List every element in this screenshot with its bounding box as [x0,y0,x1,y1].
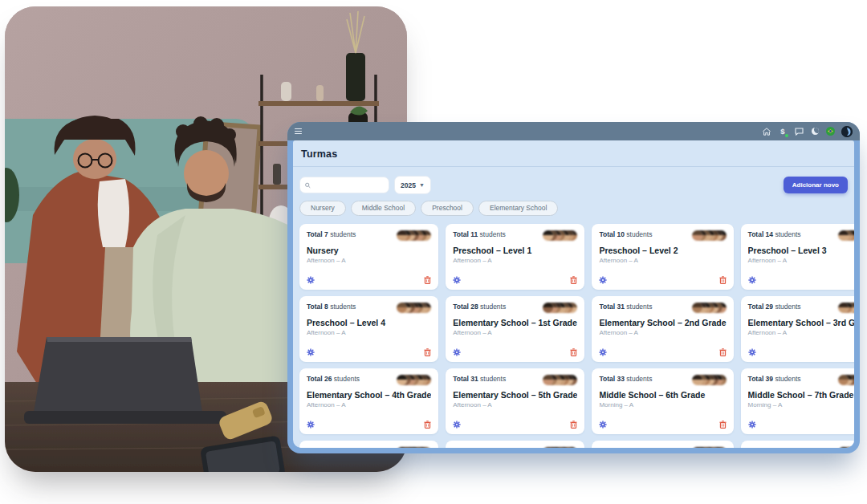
class-title: Preschool – Level 1 [453,246,577,255]
settings-icon[interactable] [748,421,756,429]
class-schedule: Afternoon – A [307,329,431,336]
brazil-flag-icon[interactable] [826,127,835,136]
delete-icon[interactable] [719,348,727,356]
student-avatar [543,230,553,241]
settings-icon[interactable] [748,348,756,356]
filter-chips: Nursery Middle School Preschool Elementa… [293,200,854,217]
class-card: Total 34 students [446,441,584,449]
class-title: Elementary School – 3rd Grade [748,318,854,327]
home-icon[interactable] [762,127,771,136]
avatar-stack [536,230,577,241]
avatar-stack [686,230,727,241]
year-select[interactable]: 2025 ▼ [394,176,431,194]
card-total: Total 8 students [307,303,356,311]
class-title: Elementary School – 1st Grade [453,318,577,327]
class-card: Total 28 studentsElementary School – 1st… [446,296,584,362]
dark-mode-icon[interactable] [810,127,820,136]
year-select-value: 2025 [401,181,416,189]
notification-dot [785,134,788,137]
avatar-stack [390,447,431,449]
card-total: Total 38 students [307,447,360,449]
card-total: Total 14 students [748,230,801,238]
page-content: Turmas 2025 ▼ Adicionar novo Nursery Mid… [293,140,854,448]
user-avatar[interactable] [841,126,853,137]
settings-icon[interactable] [748,276,756,284]
card-total: Total 29 students [748,303,801,311]
add-new-button[interactable]: Adicionar novo [784,177,848,193]
settings-icon[interactable] [307,421,315,429]
settings-icon[interactable] [599,348,607,356]
search-input[interactable] [314,181,384,190]
payments-icon[interactable]: $ [778,127,788,136]
class-schedule: Afternoon – A [453,329,577,336]
avatar-stack [832,375,854,385]
class-schedule: Afternoon – A [307,401,431,408]
toolbar: 2025 ▼ Adicionar novo [293,167,854,200]
class-schedule: Afternoon – A [307,257,431,264]
card-total: Total 31 students [599,303,652,311]
class-schedule: Afternoon – A [599,329,726,336]
settings-icon[interactable] [599,276,607,284]
avatar-stack [686,447,727,449]
class-schedule: Morning – A [599,401,726,408]
avatar-stack [536,303,577,313]
delete-icon[interactable] [719,421,727,429]
settings-icon[interactable] [453,276,461,284]
card-total: Total 10 students [599,230,652,238]
filter-chip-preschool[interactable]: Preschool [421,201,474,216]
class-schedule: Afternoon – A [453,257,577,264]
delete-icon[interactable] [424,348,431,356]
student-avatar [397,230,407,241]
student-avatar [397,303,407,313]
card-total: Total 36 students [748,447,801,449]
avatar-stack [390,230,431,241]
menu-icon[interactable] [295,128,302,134]
class-card: Total 8 studentsPreschool – Level 4After… [299,296,438,362]
card-total: Total 7 students [307,230,356,238]
card-total: Total 33 students [599,375,652,383]
settings-icon[interactable] [453,421,461,429]
delete-icon[interactable] [570,421,577,429]
class-card: Total 14 studentsPreschool – Level 3Afte… [741,224,854,290]
class-card: Total 10 studentsPreschool – Level 2Afte… [592,224,733,290]
filter-chip-elementary-school[interactable]: Elementary School [478,201,558,216]
delete-icon[interactable] [719,276,727,284]
class-title: Elementary School – 4th Grade [307,390,431,400]
search-box[interactable] [299,177,389,193]
avatar-stack [832,447,854,449]
delete-icon[interactable] [424,276,431,284]
card-total: Total 31 students [453,375,506,383]
card-total: Total 36 students [599,447,652,449]
avatar-stack [832,303,854,313]
card-total: Total 39 students [748,375,801,383]
settings-icon[interactable] [599,421,607,429]
student-avatar [692,303,702,313]
student-avatar [838,230,849,241]
class-card: Total 38 students [299,441,438,449]
student-avatar [692,230,702,241]
card-total: Total 11 students [453,230,506,238]
class-title: Nursery [307,246,431,255]
student-avatar [838,303,849,313]
class-card: Total 36 students [592,441,733,449]
class-card: Total 36 students [741,441,854,449]
avatar-stack [686,375,727,385]
settings-icon[interactable] [307,276,315,284]
student-avatar [838,375,849,385]
chat-icon[interactable] [794,127,804,136]
delete-icon[interactable] [570,348,577,356]
settings-icon[interactable] [453,348,461,356]
student-avatar [692,375,702,385]
filter-chip-middle-school[interactable]: Middle School [351,201,416,216]
delete-icon[interactable] [570,276,577,284]
card-total: Total 26 students [307,375,360,383]
class-title: Preschool – Level 4 [307,318,431,327]
class-title: Preschool – Level 3 [748,246,854,255]
avatar-stack [390,375,431,385]
filter-chip-nursery[interactable]: Nursery [299,201,346,216]
search-icon [305,182,311,189]
delete-icon[interactable] [424,421,431,429]
class-schedule: Afternoon – A [748,329,854,336]
settings-icon[interactable] [307,348,315,356]
avatar-stack [390,303,431,313]
